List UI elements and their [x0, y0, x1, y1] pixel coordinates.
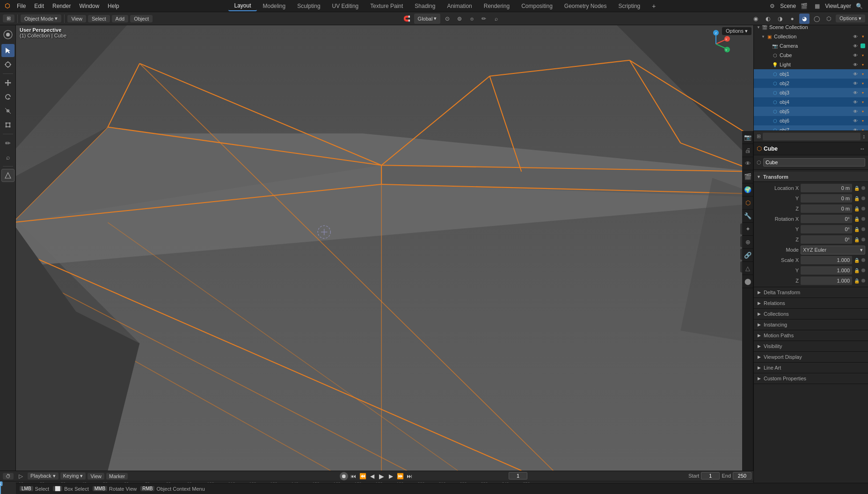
line-art-header[interactable]: ▶ Line Art	[754, 363, 868, 373]
tree-item-obj4[interactable]: ⬡ obj4 👁 ▾	[754, 97, 868, 107]
eye-obj3[interactable]: 👁	[852, 89, 859, 96]
transform-section-header[interactable]: ▼ Transform	[754, 172, 868, 182]
tab-uv-editing[interactable]: UV Editing	[327, 1, 365, 11]
options-btn[interactable]: Options ▾	[836, 15, 865, 22]
tree-item-obj6[interactable]: ⬡ obj6 👁 ▾	[754, 116, 868, 125]
select-menu-btn[interactable]: Select	[88, 15, 110, 22]
prop-tab-particle[interactable]: ✦	[742, 223, 753, 236]
annotation-icon[interactable]: ✏	[479, 14, 489, 24]
location-y-value[interactable]: 0 m	[801, 194, 852, 203]
prop-expand-arrows[interactable]: ↔	[860, 145, 865, 152]
eye-obj2[interactable]: 👁	[852, 80, 859, 87]
prop-tab-render[interactable]: 📷	[742, 131, 753, 144]
tab-rendering[interactable]: Rendering	[478, 1, 515, 11]
snap-to-icon[interactable]: ⊙	[442, 14, 452, 24]
current-frame-input[interactable]	[509, 472, 527, 479]
collection-camera-icon[interactable]: ▾	[860, 33, 866, 40]
view-menu-btn[interactable]: View	[67, 15, 86, 22]
eye-obj5[interactable]: 👁	[852, 108, 859, 115]
prop-tab-scene[interactable]: 🎬	[742, 170, 753, 183]
scale-x-dot[interactable]	[861, 258, 865, 262]
eye-obj1[interactable]: 👁	[852, 71, 859, 77]
tree-item-obj1[interactable]: ⬡ obj1 👁 ▾	[754, 69, 868, 79]
scale-x-value[interactable]: 1.000	[801, 256, 852, 264]
object-mode-btn[interactable]: Object Mode ▾	[21, 15, 61, 22]
tree-item-obj7[interactable]: ⬡ obj7 👁 ▾	[754, 125, 868, 131]
custom-properties-header[interactable]: ▶ Custom Properties	[754, 373, 868, 384]
tree-item-obj5[interactable]: ⬡ obj5 👁 ▾	[754, 107, 868, 116]
rotation-y-value[interactable]: 0°	[801, 225, 852, 233]
location-y-dot[interactable]	[861, 196, 865, 200]
tree-item-obj2[interactable]: ⬡ obj2 👁 ▾	[754, 79, 868, 88]
view-btn[interactable]: View	[88, 473, 104, 479]
record-btn[interactable]: ⏺	[340, 472, 348, 480]
transform-tool[interactable]	[1, 118, 15, 131]
scene-icon[interactable]: 🎬	[799, 1, 809, 11]
relations-header[interactable]: ▶ Relations	[754, 298, 868, 308]
prop-expand-icon[interactable]: ↕	[862, 133, 865, 140]
prev-frame-btn[interactable]: ⏪	[358, 472, 367, 480]
scale-y-lock[interactable]: 🔒	[854, 268, 860, 273]
tab-geometry-nodes[interactable]: Geometry Nodes	[559, 1, 613, 11]
collection-eye-icon[interactable]: 👁	[852, 33, 859, 40]
add-menu-btn[interactable]: Add	[112, 15, 129, 22]
location-z-dot[interactable]	[861, 207, 865, 211]
location-x-dot[interactable]	[861, 186, 865, 190]
prop-tab-modifier[interactable]: 🔧	[742, 210, 753, 223]
start-frame-input[interactable]	[701, 472, 720, 479]
search-icon[interactable]: 🔍	[854, 1, 864, 11]
visibility-header[interactable]: ▶ Visibility	[754, 341, 868, 351]
object-menu-btn[interactable]: Object	[130, 15, 153, 22]
rotation-x-dot[interactable]	[861, 217, 865, 221]
tab-layout[interactable]: Layout	[228, 1, 256, 11]
prop-tab-data[interactable]: △	[742, 262, 753, 275]
tree-camera[interactable]: 📷 Camera 👁	[754, 41, 868, 51]
prop-tab-view[interactable]: 👁	[742, 157, 753, 170]
prev-keyframe-btn[interactable]: ◀	[368, 472, 376, 480]
prop-data-name-input[interactable]	[763, 158, 865, 167]
measurement-icon[interactable]: ⌕	[491, 14, 501, 24]
marker-btn[interactable]: Marker	[106, 473, 128, 479]
viewport-3d[interactable]: User Perspective (1) Collection | Cube X…	[16, 25, 753, 471]
viewport-shading5[interactable]: ◯	[811, 14, 822, 24]
rotation-x-lock[interactable]: 🔒	[854, 217, 860, 222]
rotation-y-lock[interactable]: 🔒	[854, 227, 860, 232]
location-x-value[interactable]: 0 m	[801, 184, 852, 192]
transform-orientation-btn[interactable]: Global ▾	[414, 14, 441, 24]
add-primitive-tool[interactable]	[1, 169, 15, 182]
prop-tab-constraint[interactable]: 🔗	[742, 249, 753, 262]
rotation-x-value[interactable]: 0°	[801, 215, 852, 223]
tab-animation[interactable]: Animation	[441, 1, 477, 11]
rotate-tool[interactable]	[1, 90, 15, 103]
location-y-lock[interactable]: 🔒	[854, 196, 860, 201]
instancing-header[interactable]: ▶ Instancing	[754, 320, 868, 330]
select-tool[interactable]	[1, 44, 15, 57]
location-z-lock[interactable]: 🔒	[854, 206, 860, 211]
prop-tab-physics[interactable]: ⊕	[742, 236, 753, 249]
keying-btn[interactable]: Keying ▾	[60, 472, 86, 479]
viewport-display-header[interactable]: ▶ Viewport Display	[754, 352, 868, 362]
menu-help[interactable]: Help	[104, 2, 123, 10]
view-layer-icon[interactable]: ▦	[812, 1, 822, 11]
timeline-anim-icon[interactable]: ▷	[15, 471, 26, 481]
tree-collection[interactable]: ▼ ▣ Collection 👁 ▾	[754, 32, 868, 41]
add-workspace-button[interactable]: +	[646, 1, 661, 11]
annotate-tool[interactable]: ✏	[1, 137, 15, 150]
end-frame-input[interactable]	[733, 472, 751, 479]
collections-header[interactable]: ▶ Collections	[754, 309, 868, 319]
proportional-edit-icon[interactable]: ⊚	[454, 14, 465, 24]
rotation-z-value[interactable]: 0°	[801, 235, 852, 244]
scale-y-value[interactable]: 1.000	[801, 266, 852, 275]
engine-select[interactable]: ⚙	[767, 1, 777, 11]
snap-icon[interactable]: 🧲	[402, 14, 412, 24]
rotation-mode-dropdown[interactable]: XYZ Euler ▾	[801, 246, 865, 254]
blender-logo[interactable]: ⬡	[2, 1, 12, 11]
menu-render[interactable]: Render	[49, 2, 74, 10]
light-eye-icon[interactable]: 👁	[852, 61, 859, 68]
motion-paths-header[interactable]: ▶ Motion Paths	[754, 330, 868, 341]
location-x-lock[interactable]: 🔒	[854, 186, 860, 191]
tab-texture-paint[interactable]: Texture Paint	[365, 1, 408, 11]
jump-end-btn[interactable]: ⏭	[405, 472, 414, 480]
next-keyframe-btn[interactable]: ▶	[387, 472, 395, 480]
scale-y-dot[interactable]	[861, 269, 865, 272]
